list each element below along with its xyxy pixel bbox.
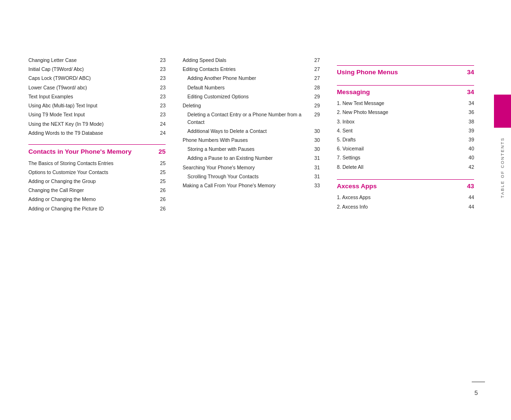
toc-label: Editing Contacts Entries <box>183 66 310 73</box>
toc-page: 27 <box>310 66 320 73</box>
section-title: Axcess Apps <box>337 182 467 191</box>
toc-label: Options to Customize Your Contacts <box>28 169 156 176</box>
toc-page: 31 <box>310 173 320 180</box>
toc-label: Editing Customized Options <box>183 93 310 100</box>
toc-label: Adding Speed Dials <box>183 57 310 64</box>
toc-page: 23 <box>156 66 166 73</box>
toc-label: Initial Cap (T9Word/ Abc) <box>28 66 156 73</box>
toc-entry: Initial Cap (T9Word/ Abc)23 <box>28 66 166 73</box>
toc-label: Using T9 Mode Text Input <box>28 111 156 118</box>
toc-page: 27 <box>310 75 320 82</box>
toc-page: 23 <box>156 57 166 64</box>
toc-entry: 7. Settings40 <box>337 154 474 161</box>
toc-page: 27 <box>310 57 320 64</box>
toc-label: Scrolling Through Your Contacts <box>183 173 310 180</box>
toc-page: 38 <box>465 118 474 125</box>
toc-label: Text Input Examples <box>28 93 156 100</box>
toc-entry: Phone Numbers With Pauses30 <box>183 137 320 144</box>
toc-label: 1. Axcess Apps <box>337 194 465 201</box>
toc-entry: Lower Case (T9word/ abc)23 <box>28 84 166 91</box>
content-area: Changing Letter Case23Initial Cap (T9Wor… <box>28 57 483 392</box>
toc-entry: Searching Your Phone's Memory31 <box>183 164 320 171</box>
toc-label: Adding or Changing the Memo <box>28 196 156 203</box>
column-1: Changing Letter Case23Initial Cap (T9Wor… <box>28 57 174 392</box>
toc-page: 39 <box>465 136 474 143</box>
sidebar-toc: TABLE OF CONTENTS <box>494 0 511 420</box>
toc-page: 44 <box>465 203 474 210</box>
toc-label: Searching Your Phone's Memory <box>183 164 310 171</box>
toc-entry: Caps Lock (T9WORD/ ABC)23 <box>28 75 166 82</box>
toc-page: 34 <box>465 100 474 107</box>
section-heading: Messaging34 <box>337 85 474 96</box>
toc-label: Storing a Number with Pauses <box>183 146 310 153</box>
toc-page: 30 <box>310 137 320 144</box>
toc-page: 28 <box>310 84 320 91</box>
toc-page: 24 <box>156 130 166 137</box>
toc-page: 25 <box>156 160 166 167</box>
toc-label: 4. Sent <box>337 127 465 134</box>
toc-entry: 1. New Text Message34 <box>337 100 474 107</box>
toc-label: Deleting <box>183 102 310 109</box>
section-title: Messaging <box>337 88 467 96</box>
toc-entry: Adding Words to the T9 Database24 <box>28 130 166 137</box>
toc-label: 5. Drafts <box>337 136 465 143</box>
toc-label: 2. Axcess Info <box>337 203 465 210</box>
toc-entry: 3. Inbox38 <box>337 118 474 125</box>
toc-entry: Changing Letter Case23 <box>28 57 166 64</box>
toc-label: 2. New Photo Message <box>337 109 465 116</box>
page-container: Changing Letter Case23Initial Cap (T9Wor… <box>0 0 511 420</box>
toc-label: Adding or Changing the Group <box>28 178 156 185</box>
toc-page: 24 <box>156 121 166 128</box>
toc-label: 7. Settings <box>337 154 465 161</box>
section-page: 34 <box>467 88 474 96</box>
toc-page: 42 <box>465 164 474 171</box>
toc-label: Adding a Pause to an Existing Number <box>183 155 310 162</box>
toc-entry: Adding or Changing the Memo26 <box>28 196 166 203</box>
toc-label: Adding or Changing the Picture ID <box>28 205 156 212</box>
toc-entry: Options to Customize Your Contacts25 <box>28 169 166 176</box>
toc-label: Additional Ways to Delete a Contact <box>183 128 310 135</box>
section-title: Using Phone Menus <box>337 68 467 77</box>
toc-entry: Additional Ways to Delete a Contact30 <box>183 128 320 135</box>
toc-label: Lower Case (T9word/ abc) <box>28 84 156 91</box>
toc-page: 25 <box>156 178 166 185</box>
toc-entry: Default Numbers28 <box>183 84 320 91</box>
toc-entry: Editing Customized Options29 <box>183 93 320 100</box>
toc-page: 23 <box>156 111 166 118</box>
toc-label: Adding Words to the T9 Database <box>28 130 156 137</box>
toc-page: 36 <box>465 109 474 116</box>
toc-entry: Deleting29 <box>183 102 320 109</box>
toc-label: The Basics of Storing Contacts Entries <box>28 160 156 167</box>
section-page: 25 <box>159 148 166 156</box>
toc-page: 26 <box>156 187 166 194</box>
toc-page: 29 <box>310 111 320 118</box>
toc-page: 23 <box>156 93 166 100</box>
section-title: Contacts in Your Phone's Memory <box>28 148 159 156</box>
divider-line <box>472 382 485 383</box>
toc-label: 1. New Text Message <box>337 100 465 107</box>
toc-entry: Adding or Changing the Group25 <box>28 178 166 185</box>
toc-label: Making a Call From Your Phone's Memory <box>183 182 310 189</box>
toc-page: 40 <box>465 145 474 152</box>
toc-entry: Changing the Call Ringer26 <box>28 187 166 194</box>
toc-page: 39 <box>465 127 474 134</box>
section-heading: Using Phone Menus34 <box>337 65 474 77</box>
toc-page: 23 <box>156 102 166 109</box>
toc-label: Caps Lock (T9WORD/ ABC) <box>28 75 156 82</box>
toc-label: Adding Another Phone Number <box>183 75 310 82</box>
sidebar-tab <box>494 95 511 128</box>
page-number: 5 <box>475 389 478 396</box>
toc-page: 30 <box>310 146 320 153</box>
toc-page: 33 <box>310 182 320 189</box>
toc-page: 44 <box>465 194 474 201</box>
toc-page: 23 <box>156 84 166 91</box>
toc-page: 30 <box>310 128 320 135</box>
toc-entry: Editing Contacts Entries27 <box>183 66 320 73</box>
section-page: 43 <box>467 182 474 191</box>
section-heading: Contacts in Your Phone's Memory25 <box>28 144 166 156</box>
toc-page: 23 <box>156 75 166 82</box>
toc-entry: 1. Axcess Apps44 <box>337 194 474 201</box>
toc-page: 31 <box>310 164 320 171</box>
section-heading: Axcess Apps43 <box>337 179 474 191</box>
toc-label: 8. Delete All <box>337 164 465 171</box>
